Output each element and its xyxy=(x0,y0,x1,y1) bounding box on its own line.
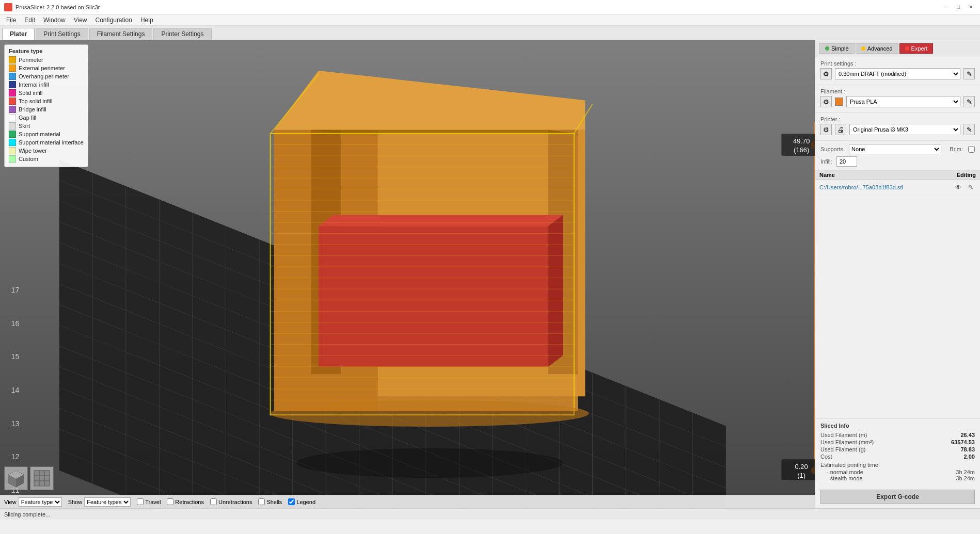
table-row: C:/Users/robro/...75a03b1f83d.stl 👁 ✎ xyxy=(815,180,980,195)
legend-item-label: Support material xyxy=(19,131,60,137)
used-filament-mm2-row: Used Filament (mm²) 63574.53 xyxy=(820,439,975,445)
legend-item: Internal infill xyxy=(9,81,84,88)
cube-3d-button[interactable] xyxy=(4,466,28,490)
view-group: View Feature type xyxy=(4,497,62,507)
unretractions-checkbox[interactable] xyxy=(210,498,217,505)
tab-printer-settings[interactable]: Printer Settings xyxy=(153,28,211,40)
svg-text:14: 14 xyxy=(11,386,20,394)
travel-checkbox-label[interactable]: Travel xyxy=(137,498,161,505)
cube-controls xyxy=(4,466,54,490)
infill-input[interactable] xyxy=(836,156,857,167)
svg-text:13: 13 xyxy=(11,419,20,428)
advanced-mode-dot xyxy=(861,46,865,51)
cost-label: Cost xyxy=(820,454,832,460)
expert-mode-button[interactable]: Expert xyxy=(899,43,934,54)
stealth-mode-value: 3h 24m xyxy=(956,475,975,481)
legend-item: Support material interface xyxy=(9,139,84,146)
used-filament-g-label: Used Filament (g) xyxy=(820,446,865,452)
svg-marker-48 xyxy=(319,226,548,367)
menu-view[interactable]: View xyxy=(70,15,91,25)
sliced-info-title: Sliced Info xyxy=(820,423,975,429)
legend-item: Top solid infill xyxy=(9,98,84,105)
viewport-svg: ORIGINAL PRUSA i3 M by Jos xyxy=(0,40,815,508)
objects-header: Name Editing xyxy=(815,170,980,180)
objects-name-header: Name xyxy=(819,172,835,178)
svg-text:49.70: 49.70 xyxy=(793,137,810,145)
retractions-label: Retractions xyxy=(175,499,204,505)
legend-item-label: Perimeter xyxy=(19,57,43,63)
supports-select[interactable]: None xyxy=(849,144,941,154)
menu-help[interactable]: Help xyxy=(136,15,157,25)
legend-label: Legend xyxy=(296,499,315,505)
filament-edit-btn[interactable]: ✎ xyxy=(963,96,975,107)
close-button[interactable]: ✕ xyxy=(966,3,976,12)
tab-filament-settings[interactable]: Filament Settings xyxy=(89,28,153,40)
cube-flat-button[interactable] xyxy=(30,466,54,490)
menu-file[interactable]: File xyxy=(2,15,20,25)
show-select[interactable]: Feature types xyxy=(84,497,131,507)
legend-item-label: Support material interface xyxy=(19,139,84,145)
title-bar-left: PrusaSlicer-2.2.0 based on Slic3r xyxy=(4,3,100,11)
svg-marker-50 xyxy=(548,215,563,367)
sliced-info-section: Sliced Info Used Filament (m) 26.43 Used… xyxy=(815,418,980,486)
tab-bar: Plater Print Settings Filament Settings … xyxy=(0,26,980,40)
legend-color-swatch xyxy=(9,64,16,72)
tab-plater[interactable]: Plater xyxy=(2,28,35,40)
print-settings-icon-btn[interactable]: ⚙ xyxy=(820,68,832,79)
brim-label: Brim: xyxy=(950,146,963,152)
svg-marker-49 xyxy=(319,215,563,226)
used-filament-m-value: 26.43 xyxy=(960,432,975,438)
normal-mode-time-row: - normal mode 3h 24m xyxy=(820,469,975,475)
filament-icon-btn[interactable]: ⚙ xyxy=(820,96,832,107)
show-label: Show xyxy=(68,499,83,505)
legend-color-swatch xyxy=(9,131,16,138)
view-select[interactable]: Feature type xyxy=(19,497,62,507)
print-time-title: Estimated printing time: xyxy=(820,462,975,468)
legend-title: Feature type xyxy=(9,48,84,54)
used-filament-g-value: 78.83 xyxy=(960,446,975,452)
print-settings-edit-btn[interactable]: ✎ xyxy=(963,68,975,79)
legend-checkbox-label[interactable]: Legend xyxy=(288,498,315,505)
normal-mode-label: - normal mode xyxy=(827,469,863,475)
simple-mode-dot xyxy=(825,46,829,51)
legend-color-swatch xyxy=(9,147,16,154)
menu-configuration[interactable]: Configuration xyxy=(91,15,136,25)
menu-edit[interactable]: Edit xyxy=(20,15,39,25)
legend-color-swatch xyxy=(9,73,16,80)
legend-item: Support material xyxy=(9,131,84,138)
menu-window[interactable]: Window xyxy=(39,15,70,25)
export-gcode-button[interactable]: Export G-code xyxy=(820,490,975,504)
used-filament-mm2-value: 63574.53 xyxy=(951,439,975,445)
filament-color-swatch xyxy=(835,98,843,106)
shells-checkbox-label[interactable]: Shells xyxy=(258,498,282,505)
legend-item: Solid infill xyxy=(9,89,84,96)
simple-mode-button[interactable]: Simple xyxy=(819,43,855,54)
legend-checkbox[interactable] xyxy=(288,498,295,505)
maximize-button[interactable]: □ xyxy=(953,3,963,12)
retractions-checkbox[interactable] xyxy=(167,498,173,505)
printer-edit-btn[interactable]: ✎ xyxy=(963,124,975,135)
printer-section: Printer : ⚙ 🖨 Original Prusa i3 MK3 ✎ xyxy=(815,113,980,141)
view-label: View xyxy=(4,499,17,505)
tab-print-settings[interactable]: Print Settings xyxy=(36,28,88,40)
retractions-checkbox-label[interactable]: Retractions xyxy=(167,498,204,505)
shells-label: Shells xyxy=(266,499,282,505)
advanced-mode-button[interactable]: Advanced xyxy=(856,43,898,54)
printer-icon-btn[interactable]: ⚙ xyxy=(820,124,832,135)
supports-label: Supports: xyxy=(820,146,845,152)
show-group: Show Feature types xyxy=(68,497,131,507)
object-edit-button[interactable]: ✎ xyxy=(966,182,976,192)
filament-select[interactable]: Prusa PLA xyxy=(846,96,960,107)
print-settings-select[interactable]: 0.30mm DRAFT (modified) xyxy=(835,68,960,79)
travel-checkbox[interactable] xyxy=(137,498,144,505)
viewport-area[interactable]: Feature type PerimeterExternal perimeter… xyxy=(0,40,815,508)
printer-select[interactable]: Original Prusa i3 MK3 xyxy=(849,124,960,135)
object-eye-button[interactable]: 👁 xyxy=(953,182,963,192)
infill-row: Infill: xyxy=(820,156,975,167)
shells-checkbox[interactable] xyxy=(258,498,265,505)
brim-checkbox[interactable] xyxy=(968,146,975,153)
svg-text:12: 12 xyxy=(11,452,20,461)
printer-type-btn[interactable]: 🖨 xyxy=(835,124,846,135)
unretractions-checkbox-label[interactable]: Unretractions xyxy=(210,498,252,505)
minimize-button[interactable]: ─ xyxy=(941,3,951,12)
